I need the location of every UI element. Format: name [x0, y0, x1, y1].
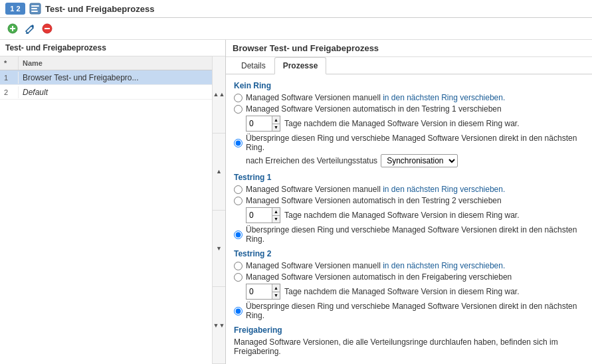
row-name: Default — [19, 86, 212, 99]
row-number: 1 — [0, 72, 19, 84]
list-header: * Name — [0, 56, 212, 70]
section-header-freigabering: Freigabering — [234, 325, 584, 335]
svg-rect-2 — [31, 8, 37, 9]
radio-row-1: Managed Software Versionen manuell in de… — [234, 93, 584, 102]
radio-row-3: Überspringe diesen Ring und verschiebe M… — [234, 134, 584, 152]
radio-label-1: Managed Software Versionen manuell in de… — [246, 93, 505, 102]
radio-row-9: Überspringe diesen Ring und verschiebe M… — [234, 302, 584, 320]
add-button[interactable] — [5, 21, 20, 36]
delete-icon — [42, 23, 52, 34]
tab-content-prozesse: Kein Ring Managed Software Versionen man… — [226, 74, 592, 364]
row-name: Browser Test- und Freigabepro... — [19, 71, 212, 84]
spinner-controls-1: ▲ ▼ — [272, 116, 280, 131]
radio-kein-ring-1[interactable] — [234, 94, 243, 102]
radio-row-8: Managed Software Versionen automatisch i… — [234, 272, 584, 282]
edit-button[interactable] — [23, 21, 37, 36]
radio-row-7: Managed Software Versionen manuell in de… — [234, 261, 584, 270]
radio-label-8: Managed Software Versionen automatisch i… — [246, 272, 512, 282]
radio-label-9: Überspringe diesen Ring und verschiebe M… — [246, 302, 584, 320]
scroll-down-button[interactable]: ▼ — [213, 211, 225, 288]
spinner-suffix-1: Tage nachdem die Managed Software Versio… — [284, 119, 520, 128]
scroll-bottom-button[interactable]: ▼▼ — [213, 287, 225, 364]
radio-testring2-3[interactable] — [234, 307, 243, 316]
spinner-down-1[interactable]: ▼ — [272, 124, 280, 132]
list-header-name: Name — [19, 56, 212, 70]
radio-kein-ring-3[interactable] — [234, 139, 243, 147]
link-verschieben-2[interactable]: in den nächsten Ring verschieben. — [383, 185, 505, 194]
radio-testring2-1[interactable] — [234, 262, 243, 270]
toolbar — [0, 18, 592, 40]
list-rows: 1 Browser Test- und Freigabepro... 2 Def… — [0, 70, 212, 364]
title-bar: 1 2 Test- und Freigabeprozess — [0, 0, 592, 18]
spinner-input-3[interactable] — [247, 284, 272, 299]
spinner-up-3[interactable]: ▲ — [272, 284, 280, 292]
radio-label-6: Überspringe diesen Ring und verschiebe M… — [246, 225, 584, 244]
spinner-controls-2: ▲ ▼ — [272, 208, 280, 223]
radio-testring1-1[interactable] — [234, 185, 243, 194]
spinner-container-2: ▲ ▼ — [246, 207, 280, 223]
radio-label-7: Managed Software Versionen manuell in de… — [246, 261, 505, 270]
add-icon — [7, 23, 18, 34]
svg-rect-3 — [31, 11, 38, 12]
freigabering-text: Managed Software Versionen, die alle Ver… — [234, 337, 584, 356]
delete-button[interactable] — [40, 21, 54, 36]
spinner-container-1: ▲ ▼ — [246, 116, 280, 132]
spinner-input-2[interactable] — [247, 208, 272, 223]
spinner-row-1: ▲ ▼ Tage nachdem die Managed Software Ve… — [246, 116, 584, 132]
list-item[interactable]: 2 Default — [0, 85, 212, 100]
link-verschieben-3[interactable]: in den nächsten Ring verschieben. — [383, 261, 505, 270]
main-layout: Test- und Freigabeprozess * Name 1 Brows… — [0, 40, 592, 364]
radio-testring1-2[interactable] — [234, 197, 243, 205]
spinner-row-3: ▲ ▼ Tage nachdem die Managed Software Ve… — [246, 284, 584, 300]
left-panel-title: Test- und Freigabeprozess — [0, 40, 225, 56]
list-header-star: * — [0, 56, 19, 70]
radio-label-2: Managed Software Versionen automatisch i… — [246, 104, 502, 114]
scroll-buttons: ▲▲ ▲ ▼ ▼▼ — [212, 56, 225, 364]
spinner-container-3: ▲ ▼ — [246, 284, 280, 300]
radio-testring2-2[interactable] — [234, 273, 243, 282]
left-panel: Test- und Freigabeprozess * Name 1 Brows… — [0, 40, 226, 364]
tab-prozesse[interactable]: Prozesse — [274, 57, 327, 74]
section-header-kein-ring: Kein Ring — [234, 81, 584, 90]
spinner-down-2[interactable]: ▼ — [272, 216, 280, 223]
radio-row-6: Überspringe diesen Ring und verschiebe M… — [234, 225, 584, 244]
spinner-input-1[interactable] — [247, 116, 272, 131]
spinner-row-2: ▲ ▼ Tage nachdem die Managed Software Ve… — [246, 207, 584, 223]
edit-icon — [25, 23, 35, 34]
scroll-top-button[interactable]: ▲▲ — [213, 56, 225, 134]
section-header-testring-1: Testring 1 — [234, 173, 584, 182]
dropdown-prefix-1: nach Erreichen des Verteilungsstatus — [246, 156, 377, 165]
radio-testring1-3[interactable] — [234, 230, 243, 239]
radio-row-4: Managed Software Versionen manuell in de… — [234, 185, 584, 194]
radio-label-5: Managed Software Versionen automatisch i… — [246, 196, 502, 205]
tabs: Details Prozesse — [226, 57, 592, 74]
list-item[interactable]: 1 Browser Test- und Freigabepro... — [0, 70, 212, 85]
spinner-suffix-3: Tage nachdem die Managed Software Versio… — [284, 287, 520, 296]
right-panel: Browser Test- und Freigabeprozess Detail… — [226, 40, 592, 364]
page-title: Test- und Freigabeprozess — [45, 4, 154, 14]
spinner-up-1[interactable]: ▲ — [272, 116, 280, 124]
dropdown-row-1: nach Erreichen des Verteilungsstatus Syn… — [246, 154, 584, 167]
svg-rect-1 — [31, 5, 39, 7]
tab-details[interactable]: Details — [233, 57, 274, 74]
link-verschieben-1[interactable]: in den nächsten Ring verschieben. — [383, 93, 505, 102]
radio-label-4: Managed Software Versionen manuell in de… — [246, 185, 505, 194]
sync-dropdown[interactable]: Synchronisation Bereit Aktiv — [381, 154, 458, 167]
title-badge: 1 2 — [5, 3, 25, 15]
spinner-up-2[interactable]: ▲ — [272, 208, 280, 216]
process-icon — [29, 3, 41, 15]
radio-kein-ring-2[interactable] — [234, 105, 243, 114]
scroll-up-button[interactable]: ▲ — [213, 134, 225, 211]
section-header-testring-2: Testring 2 — [234, 249, 584, 258]
radio-row-5: Managed Software Versionen automatisch i… — [234, 196, 584, 205]
spinner-suffix-2: Tage nachdem die Managed Software Versio… — [284, 211, 520, 220]
spinner-controls-3: ▲ ▼ — [272, 284, 280, 299]
radio-label-3: Überspringe diesen Ring und verschiebe M… — [246, 134, 584, 152]
row-number: 2 — [0, 86, 19, 98]
spinner-down-3[interactable]: ▼ — [272, 292, 280, 300]
radio-row-2: Managed Software Versionen automatisch i… — [234, 104, 584, 114]
right-panel-title: Browser Test- und Freigabeprozess — [226, 40, 592, 57]
